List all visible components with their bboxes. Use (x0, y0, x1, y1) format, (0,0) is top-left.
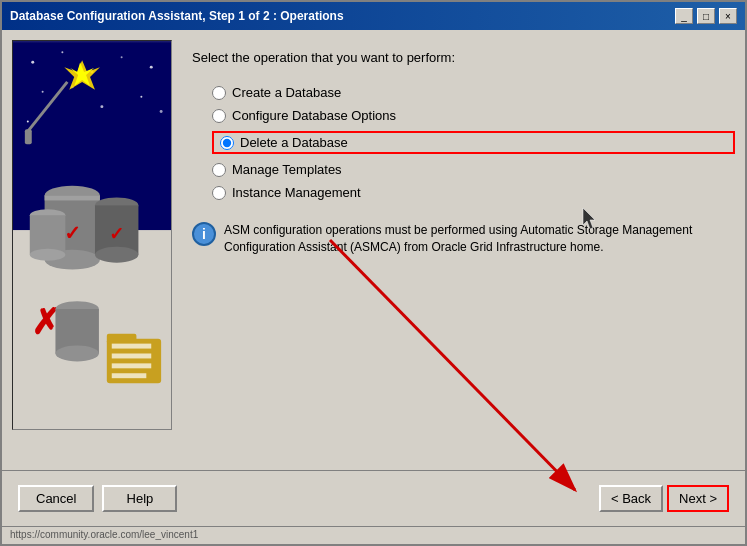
svg-point-2 (61, 51, 63, 53)
svg-text:✗: ✗ (31, 303, 60, 341)
footer-left-buttons: Cancel Help (18, 485, 177, 512)
minimize-button[interactable]: _ (675, 8, 693, 24)
svg-point-6 (42, 91, 44, 93)
radio-configure-database[interactable] (212, 109, 226, 123)
next-label: Next > (679, 491, 717, 506)
footer-right-buttons: < Back Next > (599, 485, 729, 512)
close-button[interactable]: × (719, 8, 737, 24)
title-bar: Database Configuration Assistant, Step 1… (2, 2, 745, 30)
window-title: Database Configuration Assistant, Step 1… (10, 9, 344, 23)
svg-rect-36 (112, 354, 152, 359)
help-button[interactable]: Help (102, 485, 177, 512)
svg-point-11 (100, 105, 103, 108)
svg-point-9 (160, 110, 163, 113)
option-delete-database[interactable]: Delete a Database (212, 131, 735, 154)
svg-rect-37 (112, 363, 152, 368)
next-button[interactable]: Next > (667, 485, 729, 512)
svg-point-10 (27, 120, 29, 122)
instruction-label: Select the operation that you want to pe… (192, 50, 735, 65)
panel-artwork: ✓ ✓ ✗ (13, 41, 171, 429)
maximize-button[interactable]: □ (697, 8, 715, 24)
option-manage-templates[interactable]: Manage Templates (212, 162, 735, 177)
svg-text:✓: ✓ (64, 222, 81, 244)
back-label: < Back (611, 491, 651, 506)
main-window: Database Configuration Assistant, Step 1… (0, 0, 747, 546)
svg-text:✓: ✓ (109, 224, 124, 244)
content-area: ✓ ✓ ✗ (2, 30, 745, 470)
label-manage-templates: Manage Templates (232, 162, 342, 177)
info-icon: i (192, 222, 216, 246)
right-panel: Select the operation that you want to pe… (182, 40, 735, 460)
radio-manage-templates[interactable] (212, 163, 226, 177)
radio-create-database[interactable] (212, 86, 226, 100)
operation-options: Create a Database Configure Database Opt… (212, 85, 735, 200)
svg-rect-34 (107, 334, 137, 344)
svg-point-8 (140, 96, 142, 98)
radio-delete-database[interactable] (220, 136, 234, 150)
label-instance-management: Instance Management (232, 185, 361, 200)
info-box: i ASM configuration operations must be p… (192, 222, 715, 256)
window-controls: _ □ × (675, 8, 737, 24)
status-text: https://community.oracle.com/lee_vincent… (10, 529, 198, 540)
svg-rect-35 (112, 344, 152, 349)
svg-point-1 (31, 61, 34, 64)
left-panel: ✓ ✓ ✗ (12, 40, 172, 430)
footer: Cancel Help < Back Next > (2, 470, 745, 526)
label-configure-database: Configure Database Options (232, 108, 396, 123)
svg-rect-13 (25, 129, 32, 144)
svg-point-32 (55, 346, 98, 362)
option-create-database[interactable]: Create a Database (212, 85, 735, 100)
status-bar: https://community.oracle.com/lee_vincent… (2, 526, 745, 544)
option-instance-management[interactable]: Instance Management (212, 185, 735, 200)
svg-rect-20 (45, 196, 100, 201)
svg-point-23 (95, 247, 138, 263)
cancel-button[interactable]: Cancel (18, 485, 94, 512)
back-button[interactable]: < Back (599, 485, 663, 512)
label-create-database: Create a Database (232, 85, 341, 100)
radio-instance-management[interactable] (212, 186, 226, 200)
label-delete-database: Delete a Database (240, 135, 348, 150)
option-configure-database[interactable]: Configure Database Options (212, 108, 735, 123)
info-message: ASM configuration operations must be per… (224, 222, 715, 256)
svg-point-4 (121, 56, 123, 58)
svg-point-5 (150, 66, 153, 69)
svg-rect-38 (112, 373, 147, 378)
svg-point-26 (30, 249, 66, 261)
